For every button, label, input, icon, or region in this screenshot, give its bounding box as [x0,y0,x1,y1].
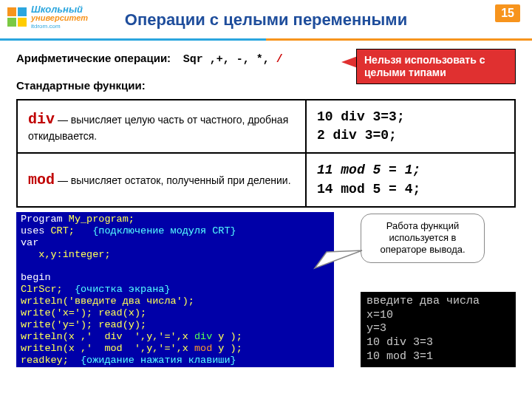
mod-examples: 11 mod 5 = 1; 14 mod 5 = 4; [306,153,515,206]
arith-label: Арифметические операции: [16,52,171,64]
operations-table: div — вычисляет целую часть от частного,… [16,99,516,208]
div-ex1: 10 div 3=3; [317,108,504,126]
page-number-badge: 15 [495,4,520,22]
content: Арифметические операции: Sqr ,+, -, *, /… [0,41,532,373]
arith-line: Арифметические операции: Sqr ,+, -, *, / [16,52,516,66]
div-ex2: 2 div 3=0; [317,126,504,145]
div-definition: div — вычисляет целую часть от частного,… [17,100,306,153]
stdfunc-label: Стандартные функции: [16,79,516,92]
mod-ex2: 14 mod 5 = 4; [317,180,504,199]
lower-region: Program My_program; uses CRT; {подключен… [16,212,516,373]
mod-desc: — вычисляет остаток, полученный при деле… [55,174,291,186]
arith-slash: / [276,53,283,66]
mod-keyword: mod [28,171,55,188]
callout-bubble: Работа функций используется в операторе … [361,214,485,263]
mod-ex1: 11 mod 5 = 1; [317,161,504,180]
arith-ops: Sqr ,+, -, *, [183,53,276,66]
slide-header: Школьный университет itdrom.com Операции… [0,0,532,41]
code-listing: Program My_program; uses CRT; {подключен… [16,212,334,367]
div-examples: 10 div 3=3; 2 div 3=0; [306,100,515,153]
div-desc: — вычисляет целую часть от частного, дро… [28,114,288,142]
page-title: Операции с целыми переменными [0,10,532,30]
div-keyword: div [28,111,55,128]
callout-tail-icon [306,246,365,276]
header-underline [0,38,532,41]
mod-definition: mod — вычисляет остаток, полученный при … [17,153,306,206]
program-output: введите два числа x=10 y=3 10 div 3=3 10… [361,292,516,367]
